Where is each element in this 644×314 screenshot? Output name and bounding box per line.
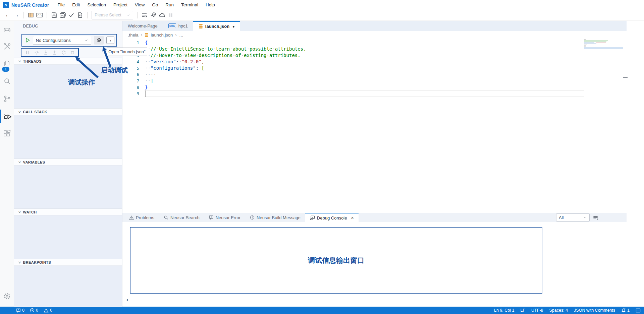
errors-status[interactable]: 0 <box>30 308 38 313</box>
overview-ruler <box>623 39 623 213</box>
section-breakpoints[interactable]: ∨ BREAKPOINTS <box>14 259 122 266</box>
code-line[interactable]: 7··] <box>122 78 644 84</box>
activity-files-icon[interactable]: 1 <box>0 57 14 71</box>
main-toolbar: ← → C:\ Please Select <box>0 10 644 20</box>
call-stack-body[interactable] <box>14 115 122 159</box>
tab-neusar-search[interactable]: Neusar Search <box>159 213 204 222</box>
forward-icon[interactable]: → <box>12 11 21 19</box>
warning-count: 0 <box>50 308 52 313</box>
chevron-right-icon: › <box>175 32 177 38</box>
activity-settings-icon[interactable] <box>0 292 14 301</box>
language-mode[interactable]: JSON with Comments <box>574 308 615 313</box>
tab-neusar-error[interactable]: Neusar Error <box>204 213 245 222</box>
activity-source-control-icon[interactable] <box>0 92 14 106</box>
panel-tab-bar: Problems Neusar Search Neusar Error Neus… <box>122 213 627 222</box>
menu-bar: N NeuSAR Creator File Edit Selection Pro… <box>0 0 644 10</box>
save-icon[interactable] <box>50 11 58 19</box>
cursor-position[interactable]: Ln 9, Col 1 <box>494 308 514 313</box>
tab-launch-json[interactable]: launch.json ● <box>193 21 240 31</box>
code-line[interactable]: 4··"version":·"0.2.0", <box>122 59 644 65</box>
configurations-dropdown[interactable]: No Configurations <box>33 36 91 45</box>
section-threads[interactable]: ∨ THREADS <box>14 58 122 65</box>
menu-selection[interactable]: Selection <box>84 0 110 10</box>
menu-project[interactable]: Project <box>110 0 131 10</box>
sidebar-title: DEBUG <box>23 23 38 28</box>
open-debug-panel-button[interactable]: › <box>106 37 114 44</box>
watch-body[interactable] <box>14 215 122 259</box>
code-lines: 1{2··//·Use·IntelliSense·to·learn·about·… <box>122 40 644 97</box>
menu-run[interactable]: Run <box>162 0 177 10</box>
breakpoints-body[interactable] <box>14 266 122 307</box>
indentation-indicator[interactable]: Spaces: 4 <box>549 308 568 313</box>
menu-help[interactable]: Help <box>202 0 219 10</box>
panel-tab-label: Neusar Search <box>170 215 200 220</box>
code-line[interactable]: 3··//·Hover·to·view·descriptions·of·exis… <box>122 52 644 59</box>
rocket-icon[interactable] <box>149 11 158 19</box>
json-file-icon <box>145 33 148 37</box>
activity-tools-icon[interactable] <box>0 40 14 53</box>
code-line[interactable]: 2··//·Use·IntelliSense·to·learn·about·po… <box>122 46 644 52</box>
activity-search-icon[interactable] <box>0 75 14 88</box>
chevron-down-icon: ∨ <box>18 110 21 114</box>
bottom-panel: Problems Neusar Search Neusar Error Neus… <box>122 213 644 307</box>
warnings-status[interactable]: 0 <box>44 308 52 313</box>
breadcrumb-file[interactable]: launch.json <box>151 33 173 38</box>
activity-car-icon[interactable] <box>0 22 14 36</box>
tab-debug-console[interactable]: Debug Console × <box>305 213 359 222</box>
launch-json-tooltip: Open "launch.json" <box>107 48 147 56</box>
toolbar-divider <box>137 12 138 18</box>
clear-console-icon[interactable] <box>592 215 599 221</box>
close-icon[interactable]: × <box>351 215 354 221</box>
code-line[interactable]: 6···· <box>122 71 644 78</box>
feedback-status[interactable]: 0 <box>16 308 24 313</box>
code-line[interactable]: 9 <box>122 90 644 97</box>
tab-problems[interactable]: Problems <box>124 213 159 222</box>
code-line[interactable]: 8} <box>122 84 644 90</box>
back-icon[interactable]: ← <box>3 11 12 19</box>
section-label: BREAKPOINTS <box>23 260 51 264</box>
check-icon[interactable] <box>67 11 76 19</box>
tab-neusar-build-message[interactable]: Neusar Build Message <box>245 213 305 222</box>
tab-label: Welcome-Page <box>128 23 158 28</box>
code-line[interactable]: 5··"configurations":·[ <box>122 65 644 71</box>
section-call-stack[interactable]: ∨ CALL STACK <box>14 108 122 115</box>
menu-file[interactable]: File <box>54 0 69 10</box>
main-area: 1 DEBUG No Configurations <box>0 21 644 307</box>
menu-view[interactable]: View <box>131 0 148 10</box>
activity-extensions-icon[interactable] <box>0 127 14 140</box>
start-debug-icon[interactable] <box>25 38 30 43</box>
variables-body[interactable] <box>14 166 122 208</box>
encoding-indicator[interactable]: UTF-8 <box>531 308 543 313</box>
section-variables[interactable]: ∨ VARIABLES <box>14 159 122 166</box>
file-code-icon[interactable] <box>76 11 85 19</box>
bell-icon <box>621 308 626 313</box>
minimap[interactable] <box>584 40 623 48</box>
clear-list-icon[interactable] <box>140 11 149 19</box>
section-watch[interactable]: ∨ WATCH <box>14 208 122 215</box>
menu-edit[interactable]: Edit <box>68 0 84 10</box>
save-all-icon[interactable] <box>58 11 67 19</box>
please-select-dropdown[interactable]: Please Select <box>92 11 133 19</box>
console-filter-dropdown[interactable]: All <box>556 213 590 222</box>
activity-debug-icon[interactable] <box>0 110 14 123</box>
menu-terminal[interactable]: Terminal <box>177 0 202 10</box>
activity-bar: 1 <box>0 21 14 307</box>
code-editor[interactable]: 1{2··//·Use·IntelliSense·to·learn·about·… <box>122 39 644 213</box>
layout-toggle[interactable] <box>636 308 641 313</box>
tab-welcome-page[interactable]: Welcome-Page <box>122 21 163 31</box>
eol-indicator[interactable]: LF <box>520 308 525 313</box>
code-line[interactable]: 1{ <box>122 40 644 46</box>
modified-dot-icon[interactable]: ● <box>232 24 235 28</box>
debug-actions-annotation: 调试操作 <box>68 78 95 87</box>
chevron-down-icon <box>583 216 587 219</box>
terminal-icon[interactable]: C:\ <box>35 11 44 19</box>
breadcrumb-folder[interactable]: .theia <box>128 33 139 38</box>
menu-go[interactable]: Go <box>148 0 162 10</box>
cloud-sync-icon[interactable] <box>158 11 166 19</box>
split-editor-icon[interactable] <box>26 11 35 19</box>
breadcrumb-more[interactable]: … <box>179 33 183 38</box>
configure-gear-button[interactable] <box>94 36 104 45</box>
notifications-status[interactable]: 1 <box>621 308 630 313</box>
console-input-prompt[interactable]: › <box>126 297 128 302</box>
tab-hpc1[interactable]: SoC hpc1 <box>163 21 193 31</box>
